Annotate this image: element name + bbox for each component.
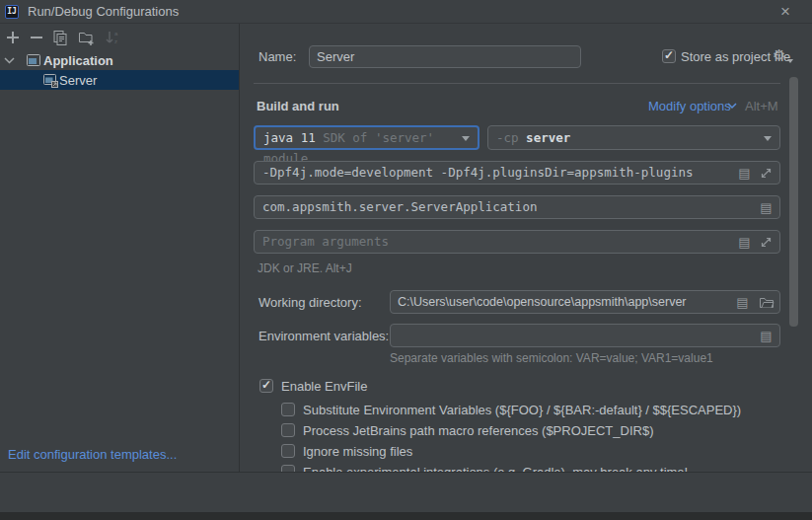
process-path-macros-checkbox[interactable] <box>281 423 295 437</box>
remove-icon[interactable] <box>29 30 44 45</box>
gear-icon[interactable]: ⚙ <box>773 46 790 64</box>
chevron-down-icon[interactable] <box>764 136 772 141</box>
name-label: Name: <box>258 49 296 64</box>
copy-icon[interactable] <box>52 30 68 45</box>
intellij-logo-icon: IJ <box>5 5 19 19</box>
substitute-env-vars-checkbox[interactable] <box>281 403 295 416</box>
working-directory-label: Working directory: <box>258 295 362 310</box>
vm-options-input[interactable]: -Dpf4j.mode=development -Dpf4j.pluginsDi… <box>254 161 780 185</box>
enable-envfile-label: Enable EnvFile <box>281 379 367 394</box>
cp-prefix: -cp <box>496 130 519 145</box>
chevron-down-icon[interactable] <box>727 103 737 111</box>
expand-field-icon[interactable] <box>759 166 774 181</box>
footer-divider <box>0 472 812 473</box>
close-icon[interactable]: × <box>775 2 796 22</box>
tree-group-label: Application <box>43 53 113 68</box>
modify-options-shortcut: Alt+M <box>745 99 778 113</box>
svg-text:z: z <box>114 38 117 44</box>
panel-divider <box>239 24 240 472</box>
add-icon[interactable] <box>5 30 21 45</box>
expand-list-icon[interactable]: ▤ <box>759 200 774 215</box>
expand-list-icon[interactable]: ▤ <box>737 235 752 250</box>
main-class-input[interactable]: com.appsmith.server.ServerApplication ▤ <box>254 195 780 219</box>
program-arguments-placeholder: Program arguments <box>262 234 389 249</box>
substitute-env-vars-label: Substitute Environment Variables (${FOO}… <box>303 403 741 417</box>
tree-group-application[interactable]: Application <box>0 51 239 70</box>
working-directory-input[interactable]: C:\Users\user\code\opensource\appsmith\a… <box>390 290 780 314</box>
edit-configuration-templates-link[interactable]: Edit configuration templates... <box>8 447 177 462</box>
ignore-missing-files-label: Ignore missing files <box>303 444 412 459</box>
modify-options-link[interactable]: Modify options <box>648 99 731 113</box>
expand-list-icon[interactable]: ▤ <box>735 295 750 310</box>
main-class-value: com.appsmith.server.ServerApplication <box>262 199 537 214</box>
run-debug-configurations-dialog: IJ Run/Debug Configurations × a z <box>0 0 812 520</box>
jre-value: java 11 <box>263 130 316 145</box>
chevron-down-icon[interactable] <box>4 57 15 64</box>
ignore-missing-files-checkbox[interactable] <box>281 444 295 458</box>
application-run-config-icon <box>42 72 59 89</box>
tree-item-label: Server <box>59 73 97 88</box>
vertical-scrollbar[interactable] <box>789 77 798 327</box>
vm-options-value: -Dpf4j.mode=development -Dpf4j.pluginsDi… <box>262 165 694 180</box>
button-bar: ? OK Cancel Apply <box>0 473 812 512</box>
section-separator <box>254 83 780 84</box>
background-window-strip <box>0 512 812 520</box>
tree-item-server[interactable]: Server <box>0 70 239 90</box>
sort-icon: a z <box>105 30 120 45</box>
enable-envfile-checkbox[interactable] <box>259 379 273 393</box>
expand-field-icon[interactable] <box>759 235 774 250</box>
dialog-title: Run/Debug Configurations <box>28 4 179 19</box>
chevron-down-icon[interactable] <box>462 136 470 141</box>
expand-list-icon[interactable]: ▤ <box>759 329 774 343</box>
store-as-project-file-checkbox[interactable] <box>662 49 676 63</box>
environment-variables-hint: Separate variables with semicolon: VAR=v… <box>390 351 713 365</box>
classpath-combobox[interactable]: -cp server <box>487 125 780 150</box>
name-input[interactable]: Server <box>309 45 581 68</box>
svg-text:a: a <box>114 31 118 37</box>
jre-combobox[interactable]: java 11 SDK of 'server' module <box>254 125 480 150</box>
application-icon <box>26 52 41 68</box>
cp-value: server <box>526 130 570 145</box>
environment-variables-label: Environment variables: <box>258 329 389 343</box>
environment-variables-input[interactable]: ▤ <box>390 324 780 347</box>
new-folder-icon[interactable] <box>78 30 94 45</box>
jdk-hint: JDK or JRE. Alt+J <box>258 261 352 275</box>
expand-list-icon[interactable]: ▤ <box>737 166 752 181</box>
program-arguments-input[interactable]: Program arguments ▤ <box>254 230 780 254</box>
process-path-macros-label: Process JetBrains path macro references … <box>303 423 653 438</box>
folder-icon[interactable] <box>759 295 774 310</box>
title-bar: IJ Run/Debug Configurations × <box>0 0 812 24</box>
working-directory-value: C:\Users\user\code\opensource\appsmith\a… <box>398 295 687 309</box>
build-and-run-header: Build and run <box>257 99 339 113</box>
